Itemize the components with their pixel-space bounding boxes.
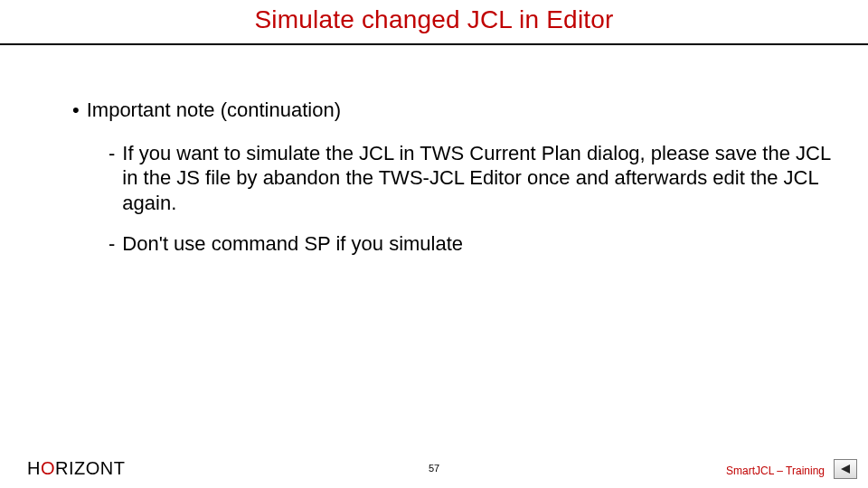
svg-marker-0 xyxy=(841,465,850,474)
prev-button[interactable] xyxy=(834,459,857,479)
slide-title: Simulate changed JCL in Editor xyxy=(0,5,868,34)
dash-marker: - xyxy=(108,141,115,216)
sub-list: - If you want to simulate the JCL in TWS… xyxy=(72,141,832,257)
header: Simulate changed JCL in Editor xyxy=(0,0,868,45)
footer: HORIZONT 57 SmartJCL – Training xyxy=(0,457,868,479)
course-label: SmartJCL – Training xyxy=(726,465,825,477)
triangle-left-icon xyxy=(839,464,852,474)
brand-post: RIZONT xyxy=(55,458,125,478)
sub-text: Don't use command SP if you simulate xyxy=(122,231,463,257)
brand-logo: HORIZONT xyxy=(27,458,125,479)
bullet-text: Important note (continuation) xyxy=(87,98,341,123)
brand-accent: O xyxy=(41,458,55,478)
brand-pre: H xyxy=(27,458,41,478)
title-underline xyxy=(0,43,868,45)
list-item: - Don't use command SP if you simulate xyxy=(108,231,832,257)
bullet-marker: • xyxy=(72,98,80,123)
bullet-item: • Important note (continuation) xyxy=(72,98,832,123)
list-item: - If you want to simulate the JCL in TWS… xyxy=(108,141,832,216)
dash-marker: - xyxy=(108,231,115,257)
page-number: 57 xyxy=(429,463,439,474)
sub-text: If you want to simulate the JCL in TWS C… xyxy=(122,141,832,216)
content-area: • Important note (continuation) - If you… xyxy=(72,98,832,273)
